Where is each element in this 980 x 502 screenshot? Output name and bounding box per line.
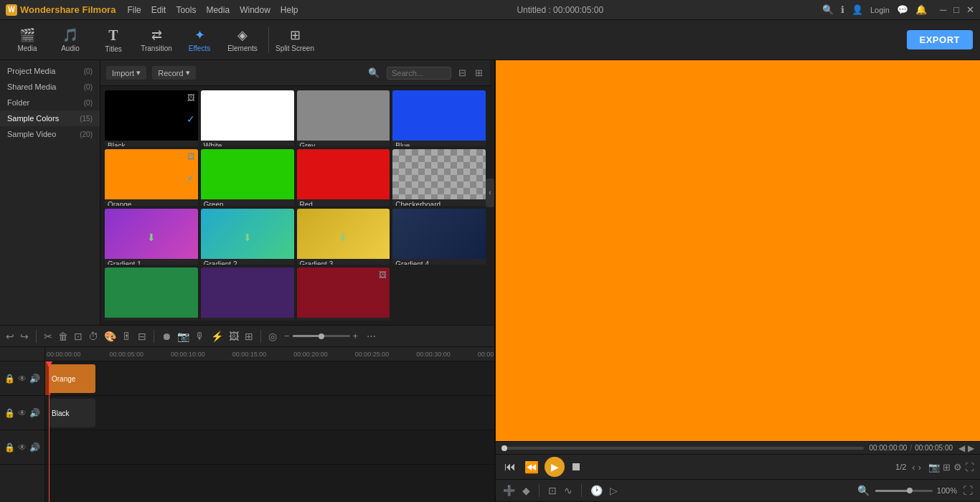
add-track-icon[interactable]: ➕: [501, 483, 517, 498]
sidebar-item-sample-colors[interactable]: Sample Colors (15): [0, 110, 100, 126]
sidebar-item-project-media[interactable]: Project Media (0): [0, 63, 100, 79]
filter-icon[interactable]: ⊟: [457, 66, 468, 80]
grid-item-grey[interactable]: Grey: [297, 90, 390, 146]
ripple-icon[interactable]: ∿: [562, 483, 574, 498]
sidebar-item-sample-video[interactable]: Sample Video (20): [0, 126, 100, 142]
grid-item-orange[interactable]: ✓ 🖼 Orange: [105, 149, 198, 205]
sidebar-item-shared-media[interactable]: Shared Media (0): [0, 79, 100, 95]
track-audio-icon-3[interactable]: 🔊: [29, 442, 40, 453]
screenshot-icon[interactable]: 📷: [928, 462, 940, 473]
grid-item-red[interactable]: Red: [297, 149, 390, 205]
chat-icon[interactable]: 💬: [897, 4, 908, 15]
voice-icon[interactable]: 🎙: [194, 329, 207, 344]
grid-item-g7[interactable]: 🖼: [297, 267, 390, 321]
track-hide-icon-3[interactable]: 👁: [18, 442, 27, 453]
grid-item-green[interactable]: Green: [201, 149, 294, 205]
orange-clip[interactable]: Orange: [49, 364, 95, 393]
track-lock-icon-1[interactable]: 🔒: [4, 374, 15, 384]
audio-mix-icon[interactable]: 🎚: [121, 329, 133, 344]
more-icon[interactable]: ⋯: [367, 331, 376, 341]
search-input[interactable]: [387, 67, 451, 80]
prev-page-icon[interactable]: ‹: [912, 462, 915, 473]
track-lock-icon-3[interactable]: 🔒: [4, 442, 15, 453]
maximize-icon[interactable]: □: [953, 4, 959, 15]
progress-thumb[interactable]: [501, 445, 507, 451]
preview-zoom-thumb[interactable]: [907, 488, 913, 493]
snapshot-icon[interactable]: 📷: [176, 329, 191, 344]
undo-icon[interactable]: ↩: [4, 329, 16, 344]
next-frame-icon[interactable]: ▶: [968, 443, 974, 453]
zoom-out-icon[interactable]: −: [284, 331, 290, 341]
speed-icon[interactable]: ⏱: [87, 329, 100, 344]
redo-icon[interactable]: ↪: [19, 329, 30, 344]
prev-frame-icon[interactable]: ◀: [958, 443, 965, 453]
zoom-fit-icon[interactable]: ◎: [267, 329, 278, 344]
playhead[interactable]: [49, 361, 50, 502]
panel-collapse-button[interactable]: ‹: [486, 179, 494, 207]
grid-item-checkerboard[interactable]: Checkerboard: [392, 149, 486, 205]
menu-tools[interactable]: Tools: [176, 5, 196, 15]
cut-icon[interactable]: ✂: [42, 329, 54, 344]
tool-transition[interactable]: ⇄ Transition: [136, 22, 176, 58]
next-page-icon[interactable]: ›: [918, 462, 921, 473]
crop-icon[interactable]: ⊡: [72, 329, 84, 344]
snap-icon[interactable]: ⊡: [547, 483, 558, 498]
bell-icon[interactable]: 🔔: [915, 4, 927, 15]
layout-icon[interactable]: ⊞: [473, 66, 484, 80]
step-back-button[interactable]: ⏪: [522, 459, 542, 475]
tool-audio[interactable]: 🎵 Audio: [50, 22, 90, 58]
render-icon[interactable]: ▷: [608, 483, 619, 498]
preview-zoom-slider[interactable]: [875, 490, 933, 492]
minimize-icon[interactable]: ─: [940, 4, 946, 15]
menu-file[interactable]: File: [127, 5, 141, 15]
play-button[interactable]: ▶: [545, 457, 565, 477]
grid-item-gradient3[interactable]: ⬇ Gradient 3: [297, 209, 390, 265]
pip-icon[interactable]: 🖼: [227, 329, 240, 344]
grid-item-gradient4[interactable]: Gradient 4: [392, 209, 486, 265]
menu-media[interactable]: Media: [206, 5, 230, 15]
black-clip[interactable]: Black: [49, 399, 95, 427]
menu-help[interactable]: Help: [281, 5, 298, 15]
grid-item-g6[interactable]: [201, 267, 294, 321]
marker-icon[interactable]: ◆: [521, 483, 532, 498]
track-lock-icon-2[interactable]: 🔒: [4, 408, 15, 418]
grid-item-g5[interactable]: [105, 267, 198, 321]
tool-titles[interactable]: T Titles: [93, 22, 133, 58]
tool-elements[interactable]: ◈ Elements: [222, 22, 263, 58]
motion-icon[interactable]: ⚡: [209, 329, 225, 344]
pip-preview-icon[interactable]: ⊞: [943, 462, 951, 473]
search-icon[interactable]: 🔍: [822, 4, 834, 15]
menu-edit[interactable]: Edit: [151, 5, 166, 15]
settings-icon[interactable]: ⚙: [953, 462, 962, 473]
history-icon[interactable]: 🕐: [589, 483, 604, 498]
export-button[interactable]: EXPORT: [907, 30, 973, 49]
expand-icon[interactable]: ⛶: [961, 483, 974, 498]
zoom-out-preview-icon[interactable]: 🔍: [856, 483, 871, 498]
account-icon[interactable]: 👤: [852, 4, 863, 15]
record-tl-icon[interactable]: ⏺: [160, 329, 173, 344]
record-button[interactable]: Record ▾: [152, 66, 195, 80]
tool-split-screen[interactable]: ⊞ Split Screen: [275, 22, 315, 58]
track-hide-icon-1[interactable]: 👁: [18, 374, 27, 384]
preview-progress-bar[interactable]: [501, 447, 864, 450]
grid-item-gradient2[interactable]: ⬇ Gradient 2: [201, 209, 294, 265]
grid-item-white[interactable]: White: [201, 90, 294, 146]
sidebar-item-folder[interactable]: Folder (0): [0, 95, 100, 110]
search-icon[interactable]: 🔍: [367, 66, 381, 80]
zoom-thumb[interactable]: [319, 333, 324, 339]
color-icon[interactable]: 🎨: [103, 329, 118, 344]
close-icon[interactable]: ✕: [966, 4, 974, 15]
menu-window[interactable]: Window: [240, 5, 270, 15]
rewind-button[interactable]: ⏮: [501, 459, 519, 475]
delete-icon[interactable]: 🗑: [57, 329, 70, 344]
grid-item-gradient1[interactable]: ⬇ Gradient 1: [105, 209, 198, 265]
import-button[interactable]: Import ▾: [106, 66, 146, 80]
zoom-in-icon[interactable]: +: [353, 331, 359, 341]
tool-effects[interactable]: ✦ Effects: [179, 22, 220, 58]
tool-media[interactable]: 🎬 Media: [7, 22, 47, 58]
grid-item-black[interactable]: ✓ 🖼 Black: [105, 90, 198, 146]
track-audio-icon-1[interactable]: 🔊: [29, 374, 40, 384]
fullscreen-icon[interactable]: ⛶: [965, 462, 974, 473]
login-label[interactable]: Login: [870, 6, 890, 14]
grid-item-blue[interactable]: Blue: [392, 90, 486, 146]
